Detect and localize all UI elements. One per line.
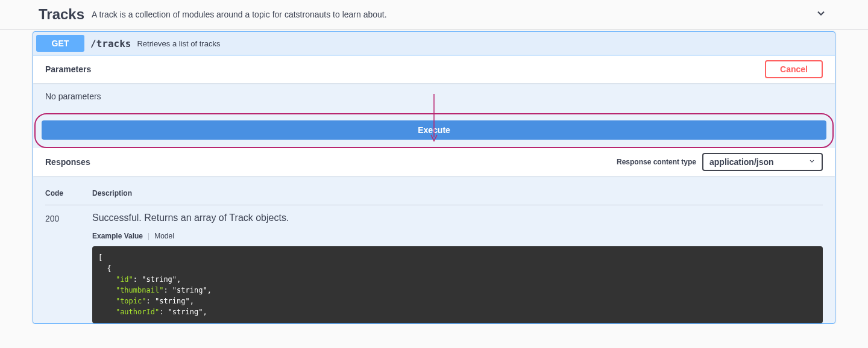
operation-summary-row[interactable]: GET /tracks Retrieves a list of tracks bbox=[33, 32, 835, 55]
tag-header[interactable]: Tracks A track is a collection of module… bbox=[0, 0, 868, 30]
content-type-label: Response content type bbox=[617, 158, 696, 166]
responses-header: Responses Response content type applicat… bbox=[33, 148, 835, 176]
operation-path: /tracks bbox=[90, 38, 131, 49]
chevron-down-icon bbox=[815, 8, 827, 22]
cancel-button[interactable]: Cancel bbox=[765, 60, 823, 78]
example-tabs: Example Value | Model bbox=[92, 232, 823, 240]
parameters-header: Parameters Cancel bbox=[33, 55, 835, 83]
execute-wrapper: Execute bbox=[34, 113, 834, 148]
operation-summary: Retrieves a list of tracks bbox=[137, 39, 220, 48]
responses-title: Responses bbox=[45, 157, 90, 167]
responses-table: Code Description 200 Successful. Returns… bbox=[33, 176, 835, 323]
tag-description: A track is a collection of modules aroun… bbox=[92, 10, 387, 19]
parameters-title: Parameters bbox=[45, 64, 91, 74]
content-type-select[interactable]: application/json bbox=[702, 153, 823, 171]
operation-block: GET /tracks Retrieves a list of tracks P… bbox=[33, 31, 835, 324]
http-method-badge: GET bbox=[36, 35, 84, 52]
no-parameters-text: No parameters bbox=[33, 83, 835, 113]
tag-name: Tracks bbox=[39, 6, 84, 23]
column-code: Code bbox=[45, 189, 92, 197]
execute-button[interactable]: Execute bbox=[42, 120, 826, 140]
content-type-value: application/json bbox=[709, 157, 774, 167]
tab-separator: | bbox=[148, 232, 149, 240]
column-description: Description bbox=[92, 189, 823, 197]
responses-table-header: Code Description bbox=[45, 182, 823, 205]
parameters-section: Parameters Cancel No parameters Execute bbox=[33, 55, 835, 148]
response-row: 200 Successful. Returns an array of Trac… bbox=[45, 205, 823, 323]
chevron-down-icon bbox=[808, 157, 816, 167]
tab-example-value[interactable]: Example Value bbox=[92, 232, 143, 240]
example-code-block: [ { "id": "string", "thumbnail": "string… bbox=[92, 246, 823, 323]
response-code: 200 bbox=[45, 211, 92, 323]
tab-model[interactable]: Model bbox=[154, 232, 174, 240]
response-description: Successful. Returns an array of Track ob… bbox=[92, 211, 823, 223]
